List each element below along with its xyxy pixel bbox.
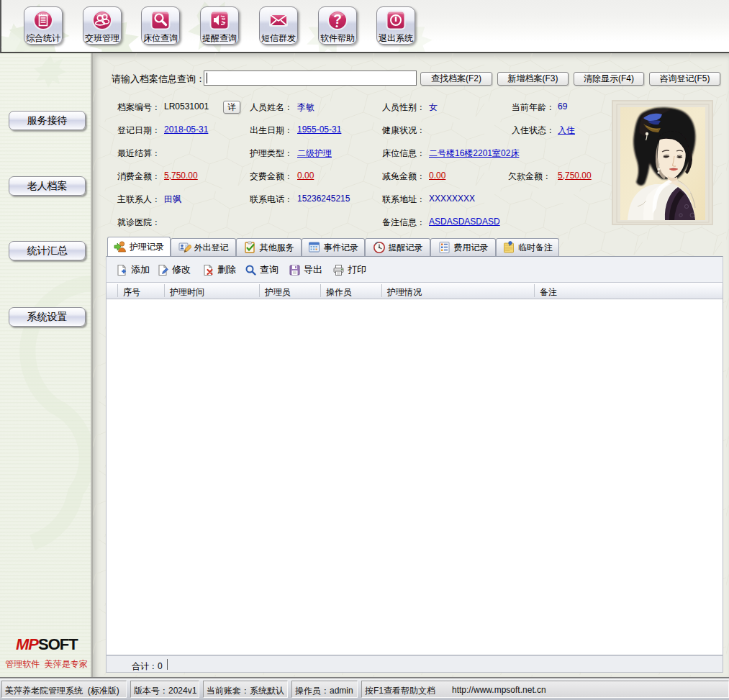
svg-text:?: ? — [333, 12, 342, 27]
